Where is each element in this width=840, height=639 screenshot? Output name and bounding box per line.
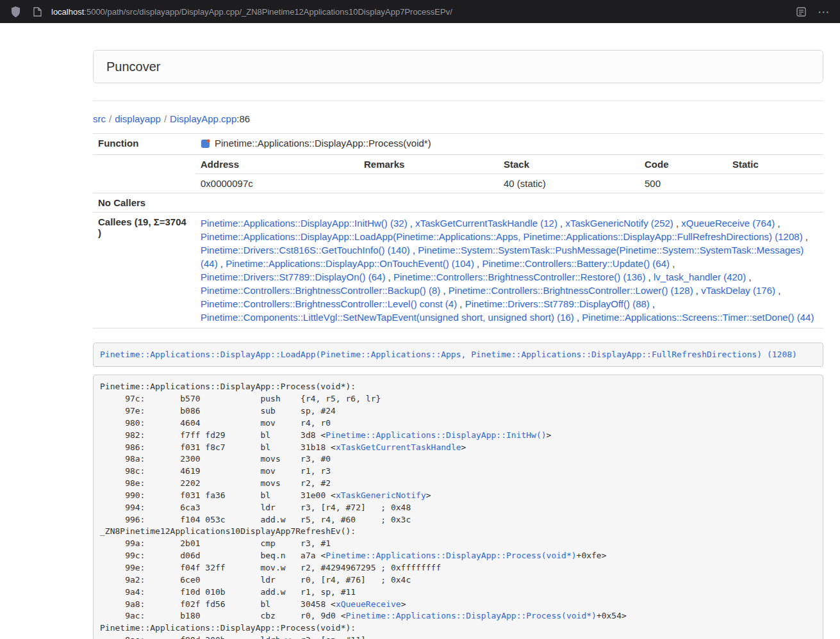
callee-link[interactable]: Pinetime::Drivers::Cst816S::GetTouchInfo… [201, 245, 410, 255]
code-symbol-link[interactable]: xQueueReceive [336, 599, 401, 609]
browser-menu-icon[interactable]: ⋯ [815, 6, 832, 18]
selected-callee-link[interactable]: Pinetime::Applications::DisplayApp::Load… [100, 350, 797, 359]
callee-link[interactable]: Pinetime::Applications::Screens::Timer::… [582, 312, 814, 323]
function-table: Function Pinetime::Applications::Display… [93, 133, 823, 328]
column-header-stack: Stack [498, 155, 639, 174]
cell-stack: 40 (static) [498, 174, 639, 193]
callee-link[interactable]: vTaskDelay (176) [701, 285, 775, 296]
detail-header-row: Address Remarks Stack Code Static [195, 155, 823, 174]
url-bar[interactable]: localhost:5000/path/src/displayapp/Displ… [51, 7, 787, 17]
page-title: Puncover [106, 60, 161, 74]
function-detail-table: Address Remarks Stack Code Static 0x0000… [195, 155, 823, 193]
callee-link[interactable]: Pinetime::Applications::DisplayApp::Load… [201, 231, 803, 242]
cell-address: 0x0000097c [195, 174, 359, 193]
callee-link[interactable]: Pinetime::Drivers::St7789::DisplayOff() … [465, 298, 650, 309]
breadcrumb-src-link[interactable]: src [93, 113, 106, 124]
callees-label: Callees (19, Σ=3704 ) [93, 212, 195, 328]
page-header: Puncover [93, 50, 823, 83]
callee-link[interactable]: Pinetime::Components::LittleVgl::SetNewT… [201, 312, 574, 323]
breadcrumb-file-link[interactable]: DisplayApp.cpp [170, 113, 236, 124]
callee-link[interactable]: Pinetime::Controllers::BrightnessControl… [201, 285, 440, 296]
url-host: localhost [51, 7, 84, 17]
function-detail-row: Address Remarks Stack Code Static 0x0000… [93, 154, 823, 193]
cell-code: 500 [639, 174, 727, 193]
breadcrumb: src/displayapp/DisplayApp.cpp:86 [93, 113, 823, 124]
column-header-remarks: Remarks [359, 155, 498, 174]
breadcrumb-line-number: :86 [236, 113, 250, 124]
callee-link[interactable]: Pinetime::Controllers::BrightnessControl… [201, 298, 457, 309]
callee-link[interactable]: xTaskGetCurrentTaskHandle (12) [415, 218, 557, 229]
code-symbol-link[interactable]: Pinetime::Applications::DisplayApp::Proc… [346, 611, 597, 620]
column-header-address: Address [195, 155, 359, 174]
code-symbol-link[interactable]: xTaskGetCurrentTaskHandle [336, 442, 461, 452]
no-callers-label: No Callers [93, 193, 195, 212]
detail-data-row: 0x0000097c 40 (static) 500 [195, 174, 823, 193]
no-callers-row: No Callers [93, 193, 823, 212]
callee-link[interactable]: Pinetime::Applications::DisplayApp::Init… [201, 218, 408, 229]
function-icon [201, 138, 211, 149]
page-icon[interactable] [29, 4, 45, 19]
breadcrumb-dir-link[interactable]: displayapp [115, 113, 161, 124]
callee-link[interactable]: Pinetime::Controllers::BrightnessControl… [449, 285, 693, 296]
callees-row: Callees (19, Σ=3704 ) Pinetime::Applicat… [93, 212, 823, 328]
cell-static [727, 174, 823, 193]
callee-link[interactable]: Pinetime::Applications::DisplayApp::OnTo… [226, 258, 474, 269]
shield-icon[interactable] [8, 4, 23, 19]
browser-toolbar: localhost:5000/path/src/displayapp/Displ… [0, 0, 840, 23]
breadcrumb-separator: / [164, 113, 167, 124]
disassembly-code: Pinetime::Applications::DisplayApp::Proc… [93, 375, 823, 639]
function-name: Pinetime::Applications::DisplayApp::Proc… [215, 138, 431, 149]
page-container: Puncover src/displayapp/DisplayApp.cpp:8… [93, 50, 823, 639]
callees-list: Pinetime::Applications::DisplayApp::Init… [195, 212, 823, 328]
selected-callee-box: Pinetime::Applications::DisplayApp::Load… [93, 343, 823, 368]
function-label: Function [93, 134, 195, 155]
reader-mode-icon[interactable] [793, 4, 809, 19]
code-symbol-link[interactable]: Pinetime::Applications::DisplayApp::Init… [325, 430, 546, 440]
code-symbol-link[interactable]: xTaskGenericNotify [336, 490, 426, 500]
callee-link[interactable]: lv_task_handler (420) [654, 271, 746, 282]
callee-link[interactable]: Pinetime::Drivers::St7789::DisplayOn() (… [201, 271, 385, 282]
column-header-code: Code [639, 155, 727, 174]
breadcrumb-separator: / [109, 113, 111, 124]
divider [93, 101, 823, 101]
code-symbol-link[interactable]: Pinetime::Applications::DisplayApp::Proc… [325, 551, 576, 560]
cell-remarks [359, 174, 498, 193]
callee-link[interactable]: Pinetime::Controllers::BrightnessControl… [393, 271, 645, 282]
callee-link[interactable]: Pinetime::Controllers::Battery::Update()… [482, 258, 670, 269]
function-row: Function Pinetime::Applications::Display… [93, 134, 823, 155]
callee-link[interactable]: xTaskGenericNotify (252) [565, 218, 673, 229]
column-header-static: Static [727, 155, 823, 174]
callee-link[interactable]: xQueueReceive (764) [681, 218, 775, 229]
url-path: :5000/path/src/displayapp/DisplayApp.cpp… [84, 7, 452, 17]
